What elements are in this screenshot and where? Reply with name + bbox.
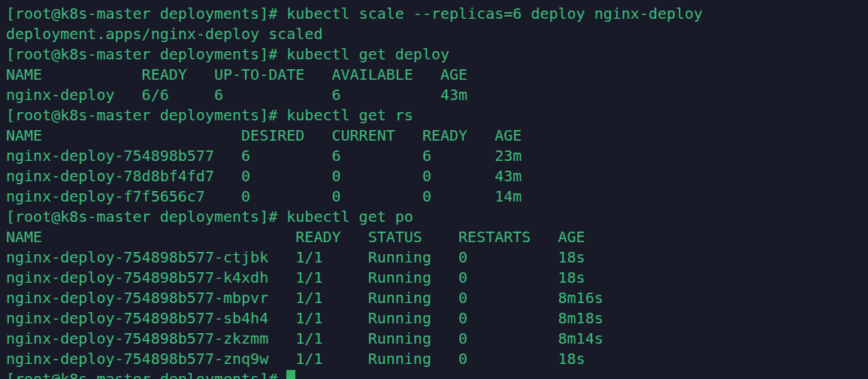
terminal-cursor — [286, 370, 295, 379]
po-table-row: nginx-deploy-754898b577-k4xdh 1/1 Runnin… — [6, 268, 868, 288]
rs-table-row: nginx-deploy-754898b577 6 6 6 23m — [6, 146, 868, 166]
command-line-get-rs: [root@k8s-master deployments]# kubectl g… — [6, 105, 868, 126]
output-scaled: deployment.apps/nginx-deploy scaled — [6, 24, 868, 44]
po-table-row: nginx-deploy-754898b577-sb4h4 1/1 Runnin… — [6, 308, 868, 329]
rs-table-header: NAME DESIRED CURRENT READY AGE — [6, 126, 868, 146]
prompt-line: [root@k8s-master deployments]# — [6, 369, 868, 379]
prompt-text: [root@k8s-master deployments]# — [6, 370, 286, 379]
deploy-table-row: nginx-deploy 6/6 6 6 43m — [6, 85, 868, 105]
deploy-table-header: NAME READY UP-TO-DATE AVAILABLE AGE — [6, 65, 868, 85]
command-line-get-po: [root@k8s-master deployments]# kubectl g… — [6, 207, 868, 227]
po-table-row: nginx-deploy-754898b577-zkzmm 1/1 Runnin… — [6, 329, 868, 349]
po-table-row: nginx-deploy-754898b577-znq9w 1/1 Runnin… — [6, 349, 868, 369]
command-line-scale: [root@k8s-master deployments]# kubectl s… — [6, 4, 868, 24]
rs-table-row: nginx-deploy-78d8bf4fd7 0 0 0 43m — [6, 166, 868, 186]
po-table-row: nginx-deploy-754898b577-ctjbk 1/1 Runnin… — [6, 247, 868, 268]
command-line-get-deploy: [root@k8s-master deployments]# kubectl g… — [6, 44, 868, 65]
rs-table-row: nginx-deploy-f7f5656c7 0 0 0 14m — [6, 186, 868, 207]
po-table-header: NAME READY STATUS RESTARTS AGE — [6, 227, 868, 247]
po-table-row: nginx-deploy-754898b577-mbpvr 1/1 Runnin… — [6, 288, 868, 308]
terminal[interactable]: [root@k8s-master deployments]# kubectl s… — [0, 0, 868, 379]
